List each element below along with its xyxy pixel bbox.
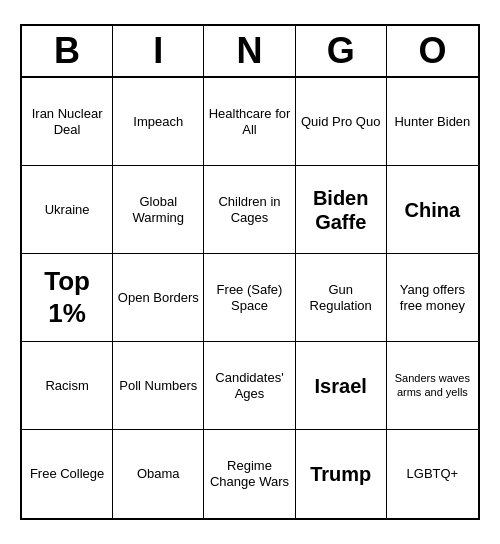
bingo-cell: Poll Numbers xyxy=(113,342,204,430)
bingo-cell: Racism xyxy=(22,342,113,430)
header-letter: I xyxy=(113,26,204,76)
bingo-cell: Biden Gaffe xyxy=(296,166,387,254)
bingo-cell: Open Borders xyxy=(113,254,204,342)
bingo-cell: Impeach xyxy=(113,78,204,166)
bingo-cell: Candidates' Ages xyxy=(204,342,295,430)
bingo-cell: LGBTQ+ xyxy=(387,430,478,518)
bingo-cell: Regime Change Wars xyxy=(204,430,295,518)
bingo-card: BINGO Iran Nuclear DealImpeachHealthcare… xyxy=(20,24,480,520)
header-letter: O xyxy=(387,26,478,76)
bingo-cell: Global Warming xyxy=(113,166,204,254)
header-letter: G xyxy=(296,26,387,76)
bingo-cell: China xyxy=(387,166,478,254)
bingo-cell: Yang offers free money xyxy=(387,254,478,342)
header-letter: N xyxy=(204,26,295,76)
bingo-cell: Quid Pro Quo xyxy=(296,78,387,166)
bingo-header: BINGO xyxy=(22,26,478,78)
bingo-cell: Children in Cages xyxy=(204,166,295,254)
bingo-cell: Healthcare for All xyxy=(204,78,295,166)
bingo-grid: Iran Nuclear DealImpeachHealthcare for A… xyxy=(22,78,478,518)
bingo-cell: Hunter Biden xyxy=(387,78,478,166)
bingo-cell: Gun Regulation xyxy=(296,254,387,342)
bingo-cell: Obama xyxy=(113,430,204,518)
bingo-cell: Sanders waves arms and yells xyxy=(387,342,478,430)
bingo-cell: Top 1% xyxy=(22,254,113,342)
bingo-cell: Ukraine xyxy=(22,166,113,254)
bingo-cell: Free College xyxy=(22,430,113,518)
bingo-cell: Free (Safe) Space xyxy=(204,254,295,342)
bingo-cell: Israel xyxy=(296,342,387,430)
bingo-cell: Trump xyxy=(296,430,387,518)
bingo-cell: Iran Nuclear Deal xyxy=(22,78,113,166)
header-letter: B xyxy=(22,26,113,76)
